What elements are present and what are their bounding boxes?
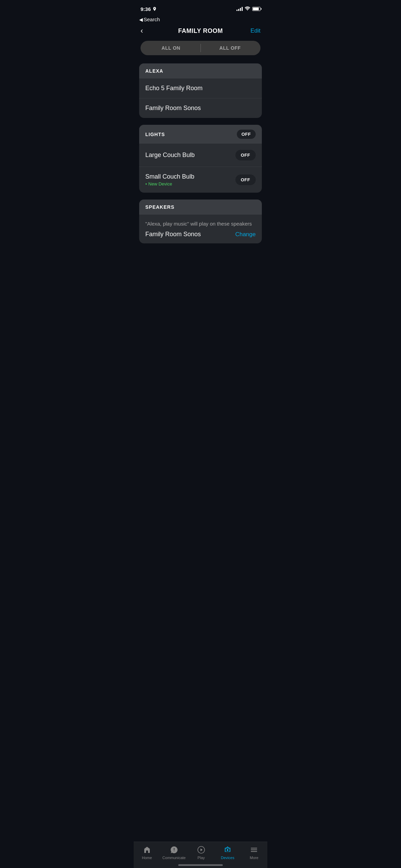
lights-section-header: LIGHTS OFF <box>139 125 262 144</box>
speakers-section-header: SPEAKERS <box>139 200 262 215</box>
alexa-section-title: ALEXA <box>145 68 163 74</box>
main-content: ALL ON ALL OFF ALEXA Echo 5 Family Room … <box>134 41 267 285</box>
device-row[interactable]: Echo 5 Family Room <box>139 79 262 98</box>
device-row[interactable]: Large Couch Bulb OFF <box>139 144 262 167</box>
device-row[interactable]: Family Room Sonos <box>139 98 262 118</box>
speakers-section-title: SPEAKERS <box>145 204 174 210</box>
large-couch-bulb-toggle[interactable]: OFF <box>235 150 256 160</box>
alexa-section: ALEXA Echo 5 Family Room Family Room Son… <box>139 63 262 118</box>
speakers-section: SPEAKERS "Alexa, play music" will play o… <box>139 200 262 243</box>
lights-section-title: LIGHTS <box>145 132 165 137</box>
back-nav-label[interactable]: ◀ Search <box>139 16 160 22</box>
all-toggle-row: ALL ON ALL OFF <box>141 41 260 55</box>
device-name: Large Couch Bulb <box>145 152 235 159</box>
all-on-button[interactable]: ALL ON <box>142 42 200 54</box>
small-couch-bulb-toggle[interactable]: OFF <box>235 174 256 185</box>
device-info: Large Couch Bulb <box>145 152 235 159</box>
wifi-icon <box>245 6 250 12</box>
speakers-row: Family Room Sonos Change <box>145 231 256 238</box>
page-header: ‹ FAMILY ROOM Edit <box>134 25 267 41</box>
lights-section: LIGHTS OFF Large Couch Bulb OFF Small Co… <box>139 125 262 193</box>
speakers-device-name: Family Room Sonos <box>145 231 201 238</box>
page-title: FAMILY ROOM <box>154 27 247 35</box>
all-off-button[interactable]: ALL OFF <box>201 42 260 54</box>
change-speaker-button[interactable]: Change <box>235 231 256 238</box>
new-device-badge: New Device <box>145 181 235 186</box>
device-info: Small Couch Bulb New Device <box>145 173 235 186</box>
back-nav[interactable]: ◀ Search <box>134 15 267 25</box>
alexa-section-header: ALEXA <box>139 63 262 79</box>
status-time: 9:36 <box>141 6 157 12</box>
back-button[interactable]: ‹ <box>141 26 154 35</box>
edit-button[interactable]: Edit <box>247 27 260 34</box>
device-name: Echo 5 Family Room <box>145 85 256 92</box>
speakers-description: "Alexa, play music" will play on these s… <box>145 220 256 227</box>
location-icon <box>152 7 157 11</box>
status-bar: 9:36 <box>134 0 267 15</box>
battery-icon <box>252 7 260 11</box>
device-name: Small Couch Bulb <box>145 173 235 180</box>
device-row[interactable]: Small Couch Bulb New Device OFF <box>139 167 262 193</box>
speakers-body: "Alexa, play music" will play on these s… <box>139 215 262 243</box>
lights-group-toggle[interactable]: OFF <box>237 130 256 139</box>
status-icons <box>236 6 260 12</box>
device-name: Family Room Sonos <box>145 105 256 112</box>
device-info: Family Room Sonos <box>145 105 256 112</box>
signal-bars <box>236 7 243 11</box>
device-info: Echo 5 Family Room <box>145 85 256 92</box>
